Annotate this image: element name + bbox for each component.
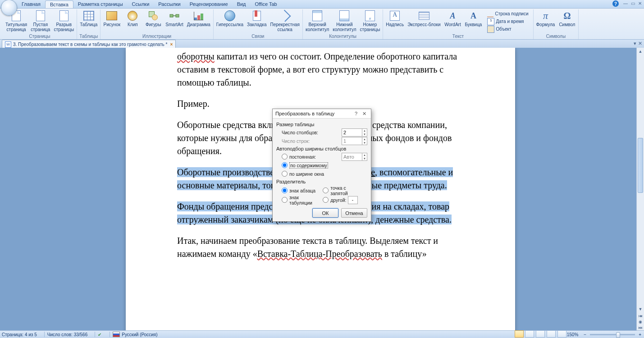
section-separator: Разделитель bbox=[276, 179, 367, 184]
zoom-in-button[interactable]: + bbox=[639, 332, 641, 337]
dialog-title: Преобразовать в таблицу bbox=[275, 111, 352, 116]
spin-up-icon[interactable]: ▲ bbox=[362, 129, 367, 132]
sep-other-input[interactable] bbox=[348, 196, 358, 204]
autofit-fixed-radio[interactable]: постоянная: ▲▼ bbox=[282, 153, 367, 160]
page-number-button[interactable]: #Номер страницы bbox=[358, 9, 382, 33]
cancel-button[interactable]: Отмена bbox=[341, 208, 367, 218]
close-icon[interactable]: ✕ bbox=[637, 0, 643, 6]
sep-other-radio[interactable]: другой: bbox=[323, 196, 364, 204]
columns-input[interactable] bbox=[342, 130, 362, 135]
ribbon-group-text: Надпись Экспресс-блоки AWordArt AБуквица… bbox=[383, 9, 533, 39]
scroll-thumb[interactable] bbox=[638, 138, 643, 193]
status-word-count[interactable]: Число слов: 33/566 bbox=[47, 331, 88, 338]
header-button[interactable]: Верхний колонтитул bbox=[304, 9, 331, 33]
browse-object-icon[interactable]: ◉ bbox=[639, 320, 642, 324]
shapes-button[interactable]: Фигуры bbox=[143, 9, 164, 28]
ribbon-group-tables: Таблица Таблицы bbox=[77, 9, 100, 39]
restore-icon[interactable]: ▭ bbox=[630, 0, 636, 6]
tab-home[interactable]: Главная bbox=[17, 0, 45, 8]
textbox-icon bbox=[390, 11, 400, 21]
picture-button[interactable]: Рисунок bbox=[101, 9, 122, 28]
tab-close-icon[interactable]: × bbox=[170, 42, 173, 47]
status-language[interactable]: Русский (Россия) bbox=[113, 331, 157, 338]
footer-button[interactable]: Нижний колонтитул bbox=[331, 9, 358, 33]
symbol-button[interactable]: ΩСимвол bbox=[557, 9, 577, 28]
omega-icon: Ω bbox=[563, 11, 571, 21]
status-bar: Страница: 4 из 5 Число слов: 33/566 ✔ Ру… bbox=[0, 330, 644, 338]
calendar-icon: 5 bbox=[487, 18, 494, 25]
scroll-up-icon[interactable]: ▲ bbox=[637, 48, 644, 55]
outline-view-button[interactable] bbox=[547, 330, 556, 338]
blank-page-button[interactable]: Пустая страница bbox=[29, 9, 52, 33]
office-button[interactable] bbox=[1, 0, 17, 16]
object-button[interactable]: Объект bbox=[485, 25, 530, 33]
section-table-size: Размер таблицы bbox=[276, 122, 367, 127]
bookmark-button[interactable]: Закладка bbox=[245, 9, 268, 28]
dialog-close-icon[interactable]: ✕ bbox=[360, 111, 368, 117]
footer-icon bbox=[339, 10, 349, 21]
autofit-content-radio[interactable]: по содержимому bbox=[282, 161, 367, 169]
web-layout-view-button[interactable] bbox=[536, 330, 545, 338]
zoom-out-button[interactable]: − bbox=[584, 332, 586, 337]
drop-cap-button[interactable]: AБуквица bbox=[463, 9, 484, 28]
tab-mailings[interactable]: Рассылки bbox=[154, 0, 185, 8]
prev-page-icon[interactable]: ⏮ bbox=[639, 314, 643, 318]
chart-button[interactable]: Диаграмма bbox=[185, 9, 212, 28]
vertical-scrollbar[interactable]: ▲ ▼ ⏮ ◉ ⏭ bbox=[636, 48, 644, 331]
draft-view-button[interactable] bbox=[557, 330, 566, 338]
tab-references[interactable]: Ссылки bbox=[128, 0, 154, 8]
dialog-titlebar[interactable]: Преобразовать в таблицу ? ✕ bbox=[273, 109, 371, 119]
tabstrip-close-icon[interactable]: ✕ bbox=[638, 41, 642, 46]
scroll-down-icon[interactable]: ▼ bbox=[637, 306, 644, 313]
bookmark-icon bbox=[253, 11, 261, 21]
cross-reference-button[interactable]: Перекрестная ссылка bbox=[268, 9, 301, 33]
status-page[interactable]: Страница: 4 из 5 bbox=[2, 331, 37, 338]
tab-review[interactable]: Рецензирование bbox=[185, 0, 233, 8]
convert-to-table-dialog: Преобразовать в таблицу ? ✕ Размер табли… bbox=[272, 109, 371, 222]
fixed-width-input bbox=[342, 154, 362, 160]
print-layout-view-button[interactable] bbox=[515, 330, 524, 338]
wordart-button[interactable]: AWordArt bbox=[442, 9, 463, 28]
columns-spinner[interactable]: ▲▼ bbox=[342, 128, 367, 137]
next-page-icon[interactable]: ⏭ bbox=[639, 325, 643, 330]
smartart-button[interactable]: SmartArt bbox=[164, 9, 185, 28]
zoom-label[interactable]: 150% bbox=[567, 331, 579, 338]
sep-tab-radio[interactable]: знак табуляции bbox=[282, 196, 323, 204]
sep-semicolon-radio[interactable]: точка с запятой bbox=[323, 187, 364, 194]
hyperlink-button[interactable]: Гиперссылка bbox=[215, 9, 245, 28]
date-time-button[interactable]: 5Дата и время bbox=[485, 18, 530, 25]
autofit-window-radio[interactable]: по ширине окна bbox=[282, 170, 367, 178]
spin-down-icon[interactable]: ▼ bbox=[362, 132, 367, 136]
signature-line-button[interactable]: Строка подписи bbox=[485, 10, 530, 18]
table-button[interactable]: Таблица bbox=[78, 9, 99, 28]
equation-button[interactable]: πФормула bbox=[534, 9, 557, 28]
ribbon-group-symbols: πФормула ΩСимвол Символы bbox=[534, 9, 579, 39]
quick-parts-button[interactable]: Экспресс-блоки bbox=[406, 9, 442, 28]
minimize-icon[interactable]: — bbox=[622, 0, 629, 6]
group-label: Связи bbox=[251, 33, 264, 39]
tab-dropdown-icon[interactable]: ▾ bbox=[634, 41, 636, 46]
tab-view[interactable]: Вид bbox=[233, 0, 251, 8]
ok-button[interactable]: ОК bbox=[312, 208, 338, 218]
spell-error: оборотны bbox=[177, 51, 215, 61]
page-icon bbox=[36, 10, 45, 21]
page-break-button[interactable]: Разрыв страницы bbox=[52, 9, 76, 33]
dialog-help-icon[interactable]: ? bbox=[352, 111, 360, 116]
tab-page-layout[interactable]: Разметка страницы bbox=[73, 0, 128, 8]
textbox-button[interactable]: Надпись bbox=[384, 9, 406, 28]
drop-cap-icon: A bbox=[469, 11, 478, 20]
tab-insert[interactable]: Вставка bbox=[45, 0, 73, 8]
page-icon bbox=[59, 10, 69, 21]
full-screen-view-button[interactable] bbox=[525, 330, 534, 338]
section-autofit: Автоподбор ширины столбцов bbox=[276, 146, 367, 151]
status-proofing[interactable]: ✔ bbox=[98, 331, 102, 338]
help-icon[interactable]: ? bbox=[612, 0, 619, 7]
zoom-slider[interactable] bbox=[590, 334, 635, 335]
clip-button[interactable]: Клип bbox=[122, 9, 143, 28]
shapes-icon bbox=[149, 11, 158, 20]
sep-paragraph-radio[interactable]: знак абзаца bbox=[282, 187, 323, 194]
document-tab[interactable]: W 3. Преобразовываем текст в схемы и таб… bbox=[2, 40, 176, 49]
tab-office-tab[interactable]: Office Tab bbox=[251, 0, 282, 8]
zoom-thumb[interactable] bbox=[616, 332, 620, 338]
word-doc-icon: W bbox=[5, 41, 11, 48]
